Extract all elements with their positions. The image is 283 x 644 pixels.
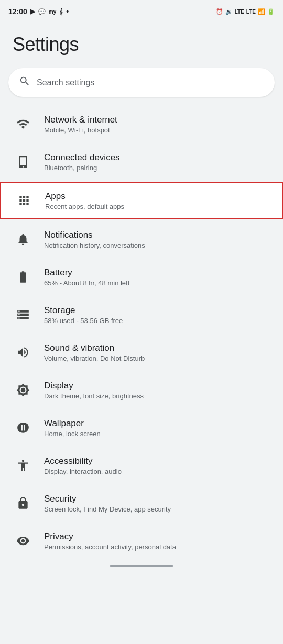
display-text: Display Dark theme, font size, brightnes…: [44, 381, 144, 400]
youtube-icon: ▶: [30, 8, 35, 15]
settings-list: Network & internet Mobile, Wi-Fi, hotspo…: [0, 105, 283, 560]
settings-item-connected[interactable]: Connected devices Bluetooth, pairing: [0, 143, 283, 181]
settings-item-network[interactable]: Network & internet Mobile, Wi-Fi, hotspo…: [0, 105, 283, 143]
wallpaper-icon: [13, 417, 34, 438]
security-text: Security Screen lock, Find My Device, ap…: [44, 494, 171, 513]
wallpaper-subtitle: Home, lock screen: [44, 430, 101, 438]
network-icon: [13, 114, 34, 135]
bottom-bar: [0, 560, 283, 572]
settings-item-apps[interactable]: Apps Recent apps, default apps: [0, 182, 283, 219]
settings-item-wallpaper[interactable]: Wallpaper Home, lock screen: [0, 409, 283, 447]
sound-subtitle: Volume, vibration, Do Not Disturb: [44, 354, 145, 362]
settings-item-security[interactable]: Security Screen lock, Find My Device, ap…: [0, 484, 283, 522]
connected-subtitle: Bluetooth, pairing: [44, 164, 120, 172]
settings-item-notifications[interactable]: Notifications Notification history, conv…: [0, 220, 283, 258]
storage-title: Storage: [44, 305, 123, 316]
display-icon: [13, 380, 34, 401]
search-bar[interactable]: Search settings: [8, 68, 275, 97]
connected-title: Connected devices: [44, 152, 120, 163]
security-subtitle: Screen lock, Find My Device, app securit…: [44, 505, 171, 513]
status-left: 12:00 ▶ 💬 my 𝄞 •: [8, 7, 69, 16]
settings-item-display[interactable]: Display Dark theme, font size, brightnes…: [0, 371, 283, 409]
storage-subtitle: 58% used - 53.56 GB free: [44, 317, 123, 325]
alarm-icon: ⏰: [216, 8, 223, 15]
battery-settings-icon: [13, 267, 34, 287]
apps-title: Apps: [45, 191, 124, 202]
network-subtitle: Mobile, Wi-Fi, hotspot: [44, 126, 117, 134]
dot-icon: •: [66, 7, 69, 16]
settings-item-sound[interactable]: Sound & vibration Volume, vibration, Do …: [0, 334, 283, 371]
status-bar: 12:00 ▶ 💬 my 𝄞 • ⏰ 🔉 LTE LTE 📶 🔋: [0, 0, 283, 21]
bottom-indicator: [110, 565, 173, 567]
lte2-icon: LTE: [246, 9, 256, 15]
settings-item-storage[interactable]: Storage 58% used - 53.56 GB free: [0, 296, 283, 334]
lte-icon: LTE: [235, 9, 244, 15]
msg-icon: 💬: [38, 8, 46, 15]
network-text: Network & internet Mobile, Wi-Fi, hotspo…: [44, 115, 117, 134]
connected-icon: [13, 151, 34, 172]
volume-icon: 🔉: [225, 8, 233, 15]
security-title: Security: [44, 494, 171, 504]
accessibility-subtitle: Display, interaction, audio: [44, 468, 122, 475]
accessibility-text: Accessibility Display, interaction, audi…: [44, 456, 122, 475]
wallpaper-text: Wallpaper Home, lock screen: [44, 418, 101, 438]
storage-text: Storage 58% used - 53.56 GB free: [44, 305, 123, 325]
search-icon: [19, 75, 30, 90]
settings-item-battery[interactable]: Battery 65% - About 8 hr, 48 min left: [0, 258, 283, 296]
notifications-title: Notifications: [44, 230, 145, 240]
apps-text: Apps Recent apps, default apps: [45, 191, 124, 210]
apps-icon: [14, 190, 35, 211]
sound-title: Sound & vibration: [44, 343, 145, 353]
accessibility-title: Accessibility: [44, 456, 122, 467]
page-title: Settings: [13, 34, 270, 55]
accessibility-icon: [13, 455, 34, 476]
sound-text: Sound & vibration Volume, vibration, Do …: [44, 343, 145, 362]
signal-icon: 📶: [258, 8, 265, 15]
display-subtitle: Dark theme, font size, brightness: [44, 392, 144, 400]
battery-text: Battery 65% - About 8 hr, 48 min left: [44, 268, 129, 287]
display-title: Display: [44, 381, 144, 391]
status-right: ⏰ 🔉 LTE LTE 📶 🔋: [216, 8, 275, 15]
data-icon: my: [49, 9, 56, 15]
battery-title: Battery: [44, 268, 129, 278]
shazam-icon: 𝄞: [59, 8, 63, 15]
privacy-icon: [13, 530, 34, 551]
privacy-subtitle: Permissions, account activity, personal …: [44, 543, 176, 551]
notifications-text: Notifications Notification history, conv…: [44, 230, 145, 249]
battery-subtitle: 65% - About 8 hr, 48 min left: [44, 279, 129, 287]
time-display: 12:00: [8, 7, 27, 16]
settings-item-privacy[interactable]: Privacy Permissions, account activity, p…: [0, 522, 283, 560]
security-icon: [13, 493, 34, 514]
connected-text: Connected devices Bluetooth, pairing: [44, 152, 120, 172]
search-input[interactable]: Search settings: [37, 78, 94, 87]
notifications-subtitle: Notification history, conversations: [44, 241, 145, 249]
storage-icon: [13, 304, 34, 325]
wallpaper-title: Wallpaper: [44, 418, 101, 429]
privacy-text: Privacy Permissions, account activity, p…: [44, 531, 176, 551]
apps-subtitle: Recent apps, default apps: [45, 203, 124, 210]
search-container[interactable]: Search settings: [0, 64, 283, 105]
settings-item-accessibility[interactable]: Accessibility Display, interaction, audi…: [0, 447, 283, 484]
notifications-icon: [13, 229, 34, 250]
sound-icon: [13, 342, 34, 363]
network-title: Network & internet: [44, 115, 117, 125]
battery-icon: 🔋: [267, 8, 275, 15]
privacy-title: Privacy: [44, 531, 176, 542]
header: Settings: [0, 21, 283, 64]
